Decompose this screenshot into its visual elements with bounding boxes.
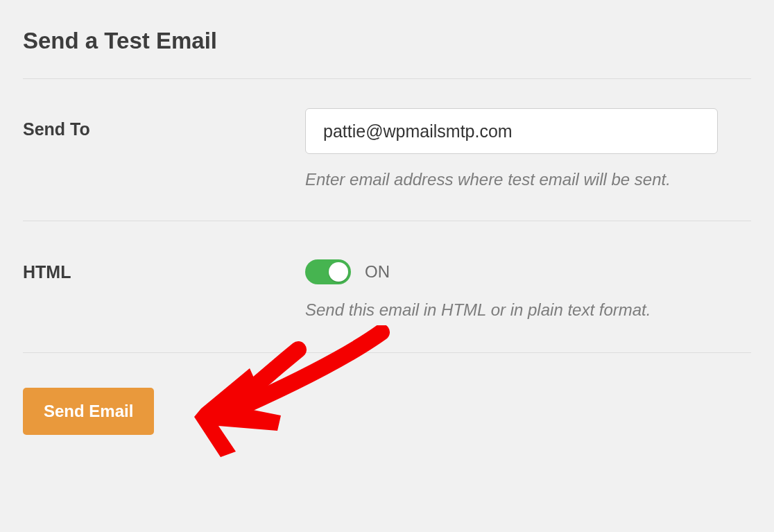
html-row: HTML ON Send this email in HTML or in pl… <box>23 221 751 353</box>
page-title: Send a Test Email <box>23 28 751 54</box>
submit-row: Send Email <box>23 353 751 435</box>
html-help: Send this email in HTML or in plain text… <box>305 298 751 322</box>
html-toggle[interactable] <box>305 259 351 284</box>
send-to-row: Send To Enter email address where test e… <box>23 79 751 221</box>
send-to-label: Send To <box>23 119 90 139</box>
send-to-help: Enter email address where test email wil… <box>305 168 751 191</box>
send-email-button[interactable]: Send Email <box>23 388 154 435</box>
html-label: HTML <box>23 262 71 282</box>
send-to-input[interactable] <box>305 108 718 154</box>
toggle-knob <box>329 262 348 282</box>
html-toggle-state: ON <box>365 262 390 282</box>
